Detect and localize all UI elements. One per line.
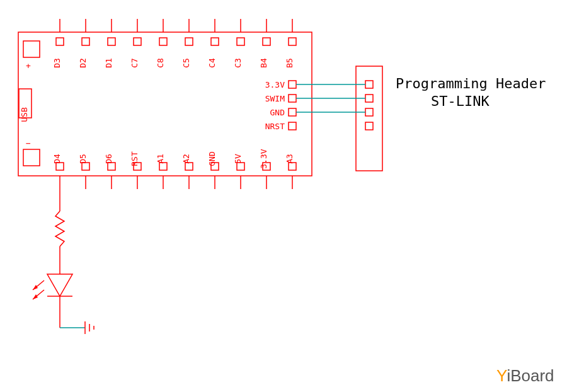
- svg-text:C8: C8: [156, 58, 165, 68]
- bottom-pin-A3: A3: [285, 154, 296, 189]
- top-pin-D1: D1: [104, 19, 115, 68]
- svg-text:RST: RST: [130, 151, 139, 166]
- svg-text:D5: D5: [78, 154, 88, 164]
- logo: YiBoard: [496, 366, 554, 385]
- bottom-pin-A2: A2: [181, 154, 193, 189]
- svg-text:B5: B5: [285, 58, 294, 68]
- top-pin-C4: C4: [207, 19, 219, 68]
- svg-marker-82: [33, 294, 38, 299]
- svg-text:GND: GND: [207, 151, 217, 166]
- svg-text:C3: C3: [233, 58, 243, 68]
- svg-rect-71: [365, 122, 373, 130]
- programming-header-pins: [365, 81, 373, 130]
- pad-top-left: [23, 41, 40, 57]
- bottom-pin-A1: A1: [156, 154, 167, 189]
- svg-rect-68: [365, 81, 373, 88]
- svg-text:D6: D6: [104, 154, 113, 164]
- svg-rect-19: [211, 38, 219, 45]
- svg-text:B4: B4: [259, 58, 268, 68]
- bottom-pin-D5: D5: [78, 154, 89, 189]
- top-pin-D2: D2: [78, 19, 89, 68]
- top-pin-row: D3 D2 D1 C7 C8 C5 C4 C3 B4 B5: [52, 19, 296, 68]
- top-pin-B5: B5: [285, 19, 296, 68]
- svg-text:NRST: NRST: [265, 122, 285, 131]
- svg-rect-16: [185, 38, 193, 45]
- svg-rect-22: [237, 38, 244, 45]
- svg-rect-25: [263, 38, 270, 45]
- resistor-icon: [55, 211, 64, 246]
- plus-mark: +: [26, 61, 31, 71]
- top-pin-C7: C7: [130, 19, 141, 68]
- bottom-pin-D4: D4: [52, 154, 64, 189]
- svg-text:SWIM: SWIM: [265, 94, 285, 103]
- svg-text:C5: C5: [181, 58, 191, 68]
- svg-rect-1: [56, 38, 64, 45]
- minus-mark: −: [26, 139, 31, 148]
- svg-marker-80: [33, 285, 38, 290]
- svg-text:D2: D2: [78, 58, 88, 68]
- svg-marker-77: [47, 274, 72, 296]
- ground-icon: [60, 321, 94, 334]
- usb-label: USB: [20, 107, 29, 122]
- svg-rect-62: [289, 95, 296, 102]
- bottom-pin-5V: 5V: [233, 154, 244, 189]
- svg-text:5V: 5V: [233, 154, 243, 164]
- led-branch: [33, 189, 94, 334]
- svg-rect-69: [365, 95, 373, 102]
- prog-pins-board: 3.3V SWIM GND NRST: [265, 80, 296, 131]
- top-pin-D3: D3: [52, 19, 64, 68]
- bottom-pin-GND: GND: [207, 151, 219, 189]
- svg-rect-64: [289, 108, 296, 116]
- top-pin-C5: C5: [181, 19, 193, 68]
- top-pin-B4: B4: [259, 19, 270, 68]
- bottom-pin-row: D4 D5 D6 RST A1 A2 GND 5V 3.3V A3: [52, 149, 296, 189]
- svg-text:GND: GND: [270, 108, 285, 117]
- header-title-line1: Programming Header: [396, 76, 546, 91]
- svg-rect-10: [134, 38, 141, 45]
- svg-text:A1: A1: [156, 154, 165, 164]
- header-title-line2: ST-LINK: [431, 93, 490, 109]
- svg-text:3.3V: 3.3V: [265, 80, 285, 89]
- schematic-canvas: + − USB D3 D2 D1 C7 C8 C5 C4 C3 B4 B5 D4…: [0, 0, 567, 392]
- pad-bottom-left: [23, 149, 40, 166]
- top-pin-C3: C3: [233, 19, 244, 68]
- svg-text:C7: C7: [130, 58, 139, 68]
- led-icon: [33, 274, 72, 299]
- svg-rect-66: [289, 122, 296, 130]
- svg-rect-7: [108, 38, 115, 45]
- svg-text:3.3V: 3.3V: [259, 149, 268, 168]
- svg-text:D1: D1: [104, 58, 113, 68]
- svg-rect-13: [159, 38, 167, 45]
- svg-text:A3: A3: [285, 154, 294, 164]
- svg-text:YiBoard: YiBoard: [496, 366, 554, 385]
- svg-text:D4: D4: [52, 154, 62, 164]
- svg-rect-4: [82, 38, 89, 45]
- svg-text:A2: A2: [181, 154, 191, 164]
- top-pin-C8: C8: [156, 19, 167, 68]
- programming-header-outline: [356, 66, 382, 171]
- bottom-pin-D6: D6: [104, 154, 115, 189]
- svg-rect-28: [289, 38, 296, 45]
- svg-text:D3: D3: [52, 58, 62, 68]
- svg-text:C4: C4: [207, 58, 217, 68]
- svg-rect-70: [365, 108, 373, 116]
- bottom-pin-3v3: 3.3V: [259, 149, 270, 189]
- svg-rect-60: [289, 81, 296, 88]
- bottom-pin-RST: RST: [130, 151, 141, 189]
- prog-wires: [296, 84, 365, 112]
